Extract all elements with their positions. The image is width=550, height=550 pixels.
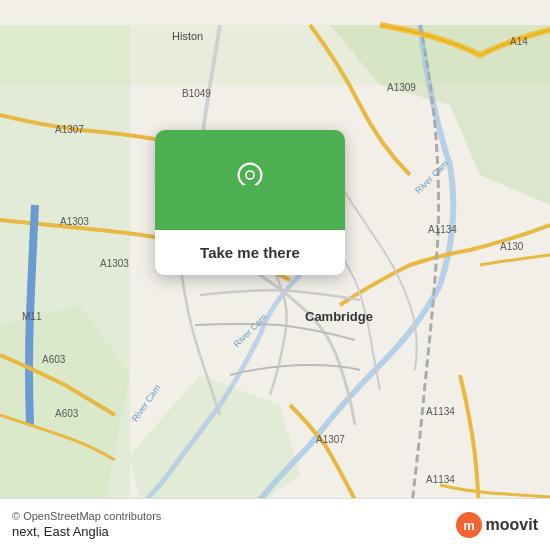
svg-text:Histon: Histon	[172, 30, 203, 42]
moovit-text: moovit	[486, 516, 538, 534]
svg-text:B1049: B1049	[182, 88, 211, 99]
moovit-icon: m	[455, 511, 483, 539]
svg-text:A1307: A1307	[316, 434, 345, 445]
svg-text:m: m	[463, 518, 475, 533]
svg-text:River Cam: River Cam	[413, 158, 450, 195]
svg-text:A130: A130	[500, 241, 524, 252]
bottom-bar-right: m moovit	[455, 511, 538, 539]
map-container: A1307 A1303 A1303 M11 A603 A603 B1049 A1…	[0, 0, 550, 550]
svg-text:A1134: A1134	[428, 224, 457, 235]
svg-text:A1134: A1134	[426, 406, 455, 417]
bottom-bar: © OpenStreetMap contributors next, East …	[0, 498, 550, 550]
svg-text:M11: M11	[22, 311, 42, 322]
action-card: Take me there	[155, 130, 345, 275]
bottom-bar-left: © OpenStreetMap contributors next, East …	[12, 510, 455, 539]
svg-marker-26	[243, 185, 256, 198]
moovit-logo: m moovit	[455, 511, 538, 539]
location-pin-icon	[232, 162, 268, 198]
svg-text:A14: A14	[510, 36, 528, 47]
svg-text:A1303: A1303	[100, 258, 129, 269]
svg-text:A603: A603	[42, 354, 66, 365]
svg-text:A1309: A1309	[387, 82, 416, 93]
svg-text:Cambridge: Cambridge	[305, 309, 373, 324]
attribution-text: © OpenStreetMap contributors	[12, 510, 455, 522]
svg-text:A1303: A1303	[60, 216, 89, 227]
svg-point-27	[247, 172, 254, 179]
take-me-there-button[interactable]: Take me there	[155, 230, 345, 275]
svg-text:River Cam: River Cam	[130, 383, 163, 424]
card-map-thumbnail	[155, 130, 345, 230]
location-label: next, East Anglia	[12, 524, 455, 539]
map-svg: A1307 A1303 A1303 M11 A603 A603 B1049 A1…	[0, 0, 550, 550]
svg-text:A1307: A1307	[55, 124, 84, 135]
svg-text:A603: A603	[55, 408, 79, 419]
svg-text:A1134: A1134	[426, 474, 455, 485]
